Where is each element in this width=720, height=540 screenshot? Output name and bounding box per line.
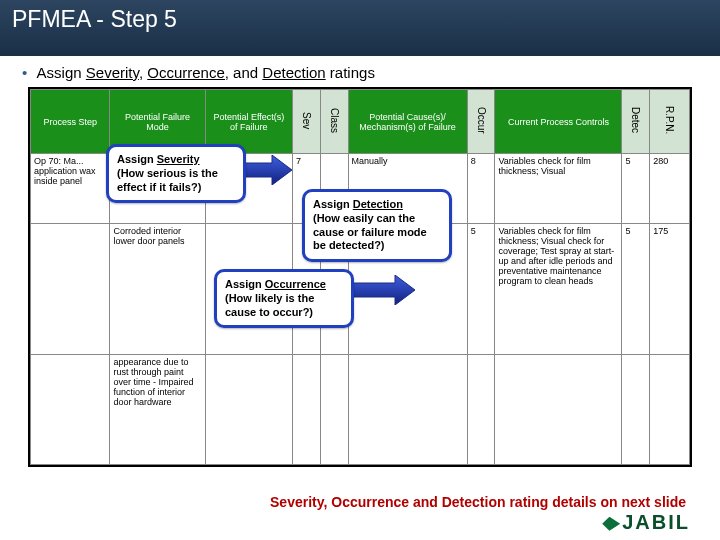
callout-occurrence-prefix: Assign — [225, 278, 265, 290]
cell-occur: 8 — [467, 154, 495, 224]
cell-rpn — [650, 354, 690, 464]
th-process-step: Process Step — [31, 90, 110, 154]
cell-effect — [205, 354, 292, 464]
cell-detec — [622, 354, 650, 464]
callout-severity-key: Severity — [157, 153, 200, 165]
cell-cause — [348, 354, 467, 464]
bullet-suffix: ratings — [326, 64, 375, 81]
bullet-sev: Severity — [86, 64, 139, 81]
callout-detection-key: Detection — [353, 198, 403, 210]
callout-severity-desc: (How serious is the effect if it fails?) — [117, 167, 218, 193]
cell-controls: Variables check for film thickness; Visu… — [495, 224, 622, 354]
cell-rpn: 175 — [650, 224, 690, 354]
bullet-prefix: Assign — [37, 64, 86, 81]
arrow-occurrence-icon — [350, 275, 415, 305]
th-rpn: R.P.N. — [650, 90, 690, 154]
bullet-det: Detection — [262, 64, 325, 81]
table-row: appearance due to rust through paint ove… — [31, 354, 690, 464]
footer-note: Severity, Occurrence and Detection ratin… — [270, 494, 686, 510]
callout-occurrence-key: Occurrence — [265, 278, 326, 290]
callout-severity: Assign Severity (How serious is the effe… — [106, 144, 246, 203]
th-cause: Potential Cause(s)/ Mechanism(s) of Fail… — [348, 90, 467, 154]
th-detec-label: Detec — [630, 107, 641, 133]
bullet-text: Assign Severity, Occurrence, and Detecti… — [37, 64, 375, 81]
callout-occurrence: Assign Occurrence (How likely is the cau… — [214, 269, 354, 328]
cell-controls: Variables check for film thickness; Visu… — [495, 154, 622, 224]
arrow-severity-icon — [242, 155, 292, 185]
th-rpn-label: R.P.N. — [664, 106, 675, 134]
title-band: PFMEA - Step 5 — [0, 0, 720, 56]
callout-detection: Assign Detection (How easily can the cau… — [302, 189, 452, 262]
cell-class — [320, 354, 348, 464]
bullet-sep2: and — [229, 64, 262, 81]
cell-occur: 5 — [467, 224, 495, 354]
slide-title: PFMEA - Step 5 — [12, 6, 177, 33]
th-detec: Detec — [622, 90, 650, 154]
cell-detec: 5 — [622, 154, 650, 224]
cell-detec: 5 — [622, 224, 650, 354]
cell-step — [31, 224, 110, 354]
cell-mode: Corroded interior lower door panels — [110, 224, 205, 354]
bullet-dot: • — [22, 64, 27, 81]
bullet-sep1: , — [139, 64, 147, 81]
callout-detection-desc: (How easily can the cause or failure mod… — [313, 212, 427, 252]
callout-occurrence-desc: (How likely is the cause to occur?) — [225, 292, 314, 318]
cell-step — [31, 354, 110, 464]
logo-text: JABIL — [622, 511, 690, 533]
callout-detection-prefix: Assign — [313, 198, 353, 210]
bullet-occ: Occurrence, — [147, 64, 229, 81]
th-class-label: Class — [329, 108, 340, 133]
cell-step: Op 70: Ma... application wax inside pane… — [31, 154, 110, 224]
cell-sev — [293, 354, 321, 464]
logo-shape-icon — [602, 517, 620, 531]
th-occur: Occur — [467, 90, 495, 154]
cell-mode: appearance due to rust through paint ove… — [110, 354, 205, 464]
th-sev-label: Sev — [301, 112, 312, 129]
th-class: Class — [320, 90, 348, 154]
bullet-line: • Assign Severity, Occurrence, and Detec… — [0, 56, 720, 87]
th-sev: Sev — [293, 90, 321, 154]
cell-rpn: 280 — [650, 154, 690, 224]
th-controls: Current Process Controls — [495, 90, 622, 154]
th-occur-label: Occur — [476, 107, 487, 134]
cell-occur — [467, 354, 495, 464]
fmea-table-container: Process Step Potential Failure Mode Pote… — [28, 87, 692, 467]
callout-severity-prefix: Assign — [117, 153, 157, 165]
jabil-logo: JABIL — [602, 511, 690, 534]
cell-controls — [495, 354, 622, 464]
